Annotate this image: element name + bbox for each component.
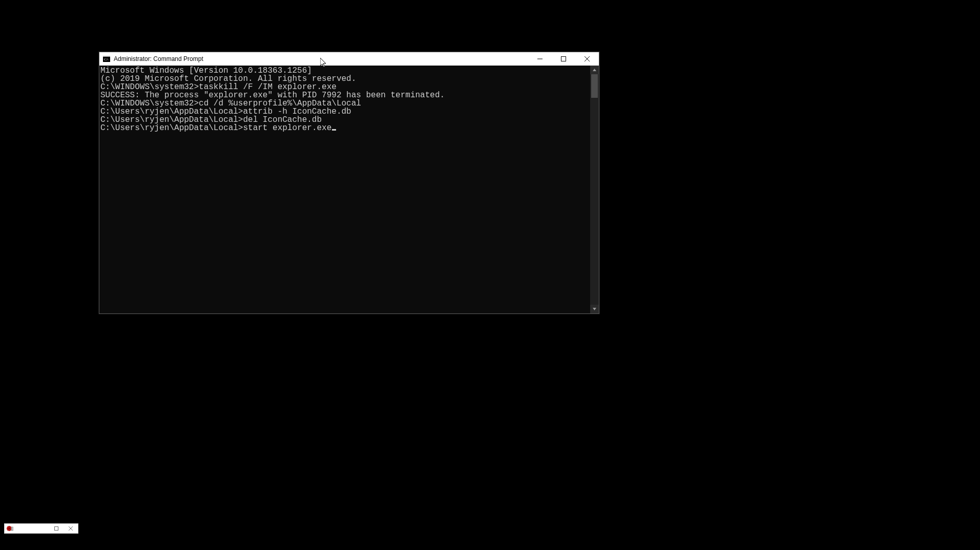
- svg-rect-4: [561, 57, 566, 61]
- console-line: SUCCESS: The process "explorer.exe" with…: [100, 91, 590, 99]
- svg-rect-7: [55, 527, 58, 531]
- svg-rect-1: [103, 56, 110, 57]
- scrollbar-thumb[interactable]: [591, 74, 598, 98]
- svg-rect-3: [537, 59, 543, 59]
- close-button[interactable]: [575, 52, 599, 66]
- console-line: Microsoft Windows [Version 10.0.18363.12…: [100, 67, 590, 75]
- secondary-maximize-button[interactable]: [49, 524, 64, 533]
- secondary-window-titlebar[interactable]: [4, 523, 78, 534]
- scroll-up-arrow-icon[interactable]: [590, 66, 599, 74]
- maximize-button[interactable]: [552, 52, 575, 66]
- minimize-button[interactable]: [528, 52, 552, 66]
- console-prompt: C:\Users\ryjen\AppData\Local>: [100, 123, 243, 133]
- vertical-scrollbar[interactable]: [590, 66, 599, 313]
- client-area: Microsoft Windows [Version 10.0.18363.12…: [99, 66, 599, 313]
- svg-text:C:\: C:\: [104, 57, 109, 61]
- console-line: C:\WINDOWS\system32>cd /d %userprofile%\…: [100, 99, 590, 108]
- titlebar-drag-area[interactable]: [203, 52, 528, 66]
- app-small-icon: [5, 524, 15, 533]
- text-cursor: [332, 129, 336, 131]
- svg-rect-6: [11, 527, 13, 531]
- window-controls: [528, 52, 599, 66]
- console-line: C:\WINDOWS\system32>taskkill /F /IM expl…: [100, 83, 590, 91]
- titlebar[interactable]: C:\ Administrator: Command Prompt: [99, 52, 599, 66]
- scrollbar-track[interactable]: [590, 74, 599, 305]
- console-input-text[interactable]: start explorer.exe: [243, 123, 331, 133]
- console-current-line[interactable]: C:\Users\ryjen\AppData\Local>start explo…: [100, 124, 590, 132]
- console-output[interactable]: Microsoft Windows [Version 10.0.18363.12…: [99, 66, 590, 313]
- scroll-down-arrow-icon[interactable]: [590, 305, 599, 313]
- console-line: C:\Users\ryjen\AppData\Local>del IconCac…: [100, 116, 590, 124]
- secondary-close-button[interactable]: [64, 524, 78, 533]
- command-prompt-window: C:\ Administrator: Command Prompt Micros…: [99, 52, 599, 314]
- cmd-icon: C:\: [102, 55, 111, 63]
- window-title: Administrator: Command Prompt: [114, 55, 203, 62]
- console-line: C:\Users\ryjen\AppData\Local>attrib -h I…: [100, 108, 590, 116]
- console-line: (c) 2019 Microsoft Corporation. All righ…: [100, 75, 590, 83]
